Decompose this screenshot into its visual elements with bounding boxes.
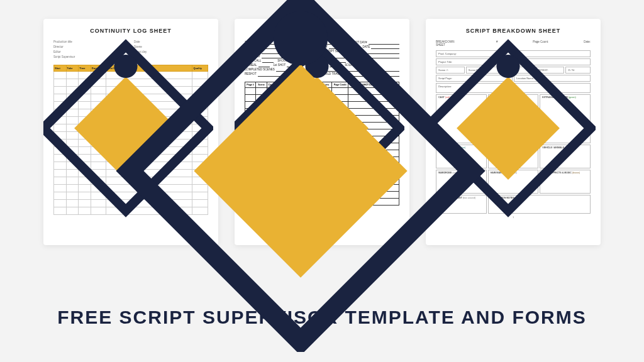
svg-point-11 bbox=[274, 11, 328, 65]
canvas: CONTINUITY LOG SHEET Production title Da… bbox=[0, 0, 644, 362]
brand-logo-icon bbox=[0, 0, 623, 352]
svg-rect-9 bbox=[194, 64, 407, 277]
